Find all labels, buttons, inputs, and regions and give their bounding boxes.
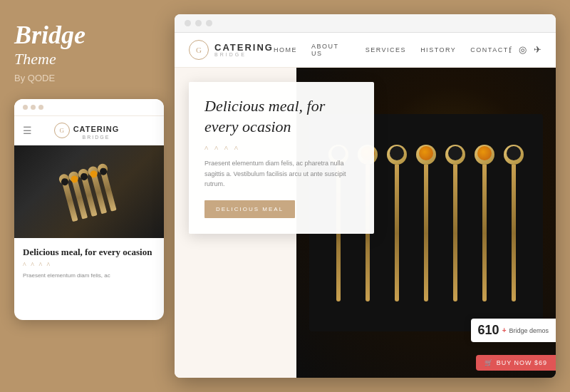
buy-now-button[interactable]: 🛒 BUY NOW $69 xyxy=(476,355,556,371)
nav-home[interactable]: HOME xyxy=(274,46,297,53)
hero-spoon-4 xyxy=(415,145,437,301)
spoon-bowl-7 xyxy=(504,145,524,165)
mobile-dot-3 xyxy=(38,105,43,110)
browser-dot-1 xyxy=(185,20,191,26)
hero-spoon-3 xyxy=(386,145,408,301)
spoon-food-5 xyxy=(448,146,462,160)
mobile-nav: ☰ G CATERING BRIDGE xyxy=(14,116,164,145)
mobile-logo: G CATERING BRIDGE xyxy=(54,122,120,140)
brand-title: Bridge xyxy=(14,21,160,50)
browser-dot-3 xyxy=(206,20,212,26)
mobile-logo-texts: CATERING BRIDGE xyxy=(73,122,120,140)
spoon-handle-6 xyxy=(482,165,487,301)
food-3 xyxy=(80,172,88,180)
desktop-nav: G CATERING BRIDGE HOME ABOUT US SERVICES… xyxy=(175,33,556,68)
spoon-bowl-3 xyxy=(387,145,407,165)
mobile-content: Delicious meal, for every ocasion ^ ^ ^ … xyxy=(14,238,164,289)
desktop-logo-main: CATERING xyxy=(214,43,274,52)
mobile-top-bar xyxy=(14,99,164,116)
brand-block: Bridge Theme By QODE xyxy=(14,21,160,83)
hero-text-box: Delicious meal, for every ocasion ^ ^ ^ … xyxy=(189,82,374,234)
desktop-logo-circle-icon: G xyxy=(189,40,209,60)
desktop-logo-sub: BRIDGE xyxy=(214,52,274,57)
mobile-food-image xyxy=(14,145,164,238)
desktop-mockup: G CATERING BRIDGE HOME ABOUT US SERVICES… xyxy=(175,14,556,378)
brand-subtitle: Theme xyxy=(14,50,160,68)
logo-circle-icon: G xyxy=(54,123,70,138)
desktop-browser-bar xyxy=(175,14,556,33)
mobile-logo-main: CATERING xyxy=(73,125,120,133)
buy-label: BUY NOW $69 xyxy=(497,359,547,366)
spoon-food-4 xyxy=(419,146,433,160)
desktop-hero: Delicious meal, for every ocasion ^ ^ ^ … xyxy=(175,68,556,378)
mobile-logo-sub: BRIDGE xyxy=(73,135,120,140)
spoon-handle-7 xyxy=(512,165,516,301)
spoon-food-6 xyxy=(477,146,492,160)
hero-spoon-5 xyxy=(445,145,466,301)
demos-plus: + xyxy=(502,326,507,334)
nav-about[interactable]: ABOUT US xyxy=(311,43,351,57)
spoon-bowl-6 xyxy=(475,145,494,165)
desktop-nav-social: f ◎ ✈ xyxy=(509,44,542,56)
food-1 xyxy=(61,177,69,186)
mobile-dot-2 xyxy=(31,105,36,110)
mobile-dot-1 xyxy=(23,105,28,110)
food-4 xyxy=(89,170,98,178)
browser-dot-2 xyxy=(195,20,202,26)
cart-icon: 🛒 xyxy=(484,359,493,366)
mobile-stars: ^ ^ ^ ^ xyxy=(23,261,155,269)
desktop-nav-links: HOME ABOUT US SERVICES HISTORY CONTACT xyxy=(274,43,509,57)
nav-contact[interactable]: CONTACT xyxy=(470,46,508,53)
bridge-demos-badge: 610 + Bridge demos xyxy=(471,319,556,342)
hero-description: Praesent elementum diam felis, ac pharet… xyxy=(204,158,358,189)
hero-spoon-6 xyxy=(474,145,495,301)
hero-spoon-7 xyxy=(503,145,524,301)
facebook-icon[interactable]: f xyxy=(509,44,512,56)
left-panel: Bridge Theme By QODE ☰ G CATERING BRIDGE xyxy=(0,0,175,392)
mobile-mockup: ☰ G CATERING BRIDGE xyxy=(14,99,164,320)
spoon-handle-5 xyxy=(453,165,457,301)
hero-stars: ^ ^ ^ ^ xyxy=(204,144,358,153)
mobile-description: Praesent elementum diam felis, ac xyxy=(23,272,155,279)
tripadvisor-icon[interactable]: ✈ xyxy=(534,44,542,56)
nav-services[interactable]: SERVICES xyxy=(366,46,406,53)
instagram-icon[interactable]: ◎ xyxy=(519,44,527,56)
delicious-meal-button[interactable]: DELICIOUS MEAL xyxy=(204,200,295,218)
spoon-bowl-4 xyxy=(416,145,436,165)
desktop-logo: G CATERING BRIDGE xyxy=(189,40,274,60)
food-2 xyxy=(70,175,78,183)
spoon-food-7 xyxy=(507,146,521,160)
mobile-spoon-decor xyxy=(14,145,164,238)
spoon-bowl-5 xyxy=(445,145,465,165)
mobile-spoons-group xyxy=(61,168,116,222)
spoon-handle-4 xyxy=(424,165,428,301)
hero-heading: Delicious meal, for every ocasion xyxy=(204,96,358,137)
spoon-handle-3 xyxy=(395,165,399,301)
demos-label: Bridge demos xyxy=(509,327,549,334)
mobile-heading: Delicious meal, for every ocasion xyxy=(23,247,155,259)
spoon-food-3 xyxy=(390,146,404,160)
desktop-logo-texts: CATERING BRIDGE xyxy=(214,43,274,57)
food-5 xyxy=(99,167,108,175)
hamburger-icon: ☰ xyxy=(23,125,32,137)
demos-count: 610 xyxy=(478,323,499,338)
nav-history[interactable]: HISTORY xyxy=(420,46,456,53)
brand-by: By QODE xyxy=(14,73,160,83)
